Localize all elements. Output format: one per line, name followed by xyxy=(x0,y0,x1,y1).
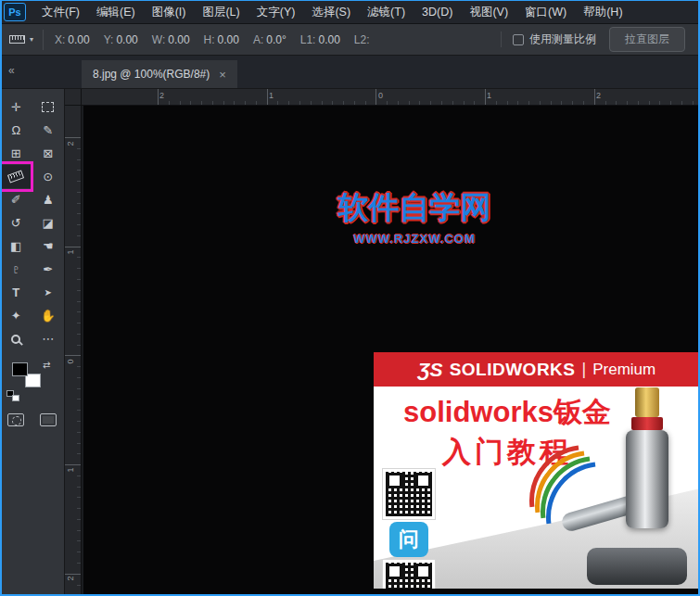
edit-toolbar[interactable]: ⋯ xyxy=(32,327,65,350)
solidworks-ad-banner: ƷS SOLIDWORKS | Premium solidworks钣金 入门教… xyxy=(374,352,700,589)
qr-code-bottom xyxy=(383,560,435,589)
menu-window[interactable]: 窗口(W) xyxy=(516,0,575,24)
readout-x-value: 0.00 xyxy=(68,33,89,46)
gradient-tool[interactable]: ◧ xyxy=(0,235,32,258)
lasso-tool[interactable]: Ω xyxy=(0,119,32,142)
path-selection-tool[interactable]: ➤ xyxy=(32,281,65,304)
readout-w-label: W: xyxy=(152,33,165,46)
menu-filter[interactable]: 滤镜(T) xyxy=(359,0,414,24)
dodge-icon: ♇ xyxy=(11,263,20,275)
tool-preset-picker[interactable]: ▾ xyxy=(9,30,44,50)
marquee-tool[interactable] xyxy=(32,95,65,119)
pen-tool[interactable]: ✒ xyxy=(32,258,65,281)
readout-angle-value: 0.0° xyxy=(266,33,286,46)
ad-divider: | xyxy=(582,360,587,379)
menu-help[interactable]: 帮助(H) xyxy=(575,0,630,24)
horizontal-ruler[interactable]: 2 1 0 1 2 xyxy=(82,89,700,106)
readout-y-label: Y: xyxy=(104,33,114,46)
readout-w-value: 0.00 xyxy=(168,33,189,46)
document-tab-bar: « 8.jpg @ 100%(RGB/8#) × xyxy=(0,56,700,89)
menu-image[interactable]: 图像(I) xyxy=(144,0,195,24)
frame-icon: ⊠ xyxy=(43,147,53,159)
healing-brush-tool[interactable]: ⊙ xyxy=(32,165,65,188)
readout-x-label: X: xyxy=(55,33,65,46)
ruler-origin-corner[interactable] xyxy=(65,89,82,106)
menu-edit[interactable]: 编辑(E) xyxy=(88,0,144,24)
vertical-ruler[interactable]: 2 1 0 1 2 xyxy=(65,106,82,596)
eraser-icon: ◪ xyxy=(43,217,54,229)
readout-l2: L2: xyxy=(354,33,373,46)
document-tab-title: 8.jpg @ 100%(RGB/8#) xyxy=(93,68,210,81)
qr-code-top xyxy=(383,469,435,519)
type-tool[interactable]: T xyxy=(0,281,32,304)
zoom-icon xyxy=(11,335,20,344)
swap-colors-icon[interactable]: ⇄ xyxy=(43,360,50,370)
shape-tool[interactable]: ✦ xyxy=(0,304,32,327)
ruler-label: 1 xyxy=(66,249,75,254)
document-canvas[interactable]: 软件自学网 WWW.RJZXW.COM ƷS SOLIDWORKS | Prem… xyxy=(83,106,700,596)
smudge-tool[interactable]: ☚ xyxy=(32,235,65,258)
ruler-tool[interactable] xyxy=(0,165,32,188)
eraser-tool[interactable]: ◪ xyxy=(32,211,65,235)
ruler-label: 0 xyxy=(378,91,383,100)
readout-y: Y:0.00 xyxy=(104,33,138,46)
gradient-icon: ◧ xyxy=(10,240,21,252)
brush-tool[interactable]: ✐ xyxy=(0,188,32,211)
history-brush-icon: ↺ xyxy=(11,217,21,229)
quick-selection-icon: ✎ xyxy=(43,124,53,136)
readout-l1: L1:0.00 xyxy=(300,33,340,46)
readout-h: H:0.00 xyxy=(204,33,239,46)
straighten-layer-button[interactable]: 拉直图层 xyxy=(609,27,685,52)
chevron-down-icon: ▾ xyxy=(30,35,33,44)
clone-stamp-tool[interactable]: ♟ xyxy=(32,188,65,211)
readout-l2-label: L2: xyxy=(354,33,370,46)
crop-tool[interactable]: ⊞ xyxy=(0,142,32,165)
hand-icon: ✋ xyxy=(41,310,56,322)
use-measurement-scale-label: 使用测量比例 xyxy=(529,32,596,47)
menu-layer[interactable]: 图层(L) xyxy=(194,0,248,24)
menu-3d[interactable]: 3D(D) xyxy=(414,0,461,24)
readout-angle-label: A: xyxy=(253,33,263,46)
history-brush-tool[interactable]: ↺ xyxy=(0,211,32,235)
readout-y-value: 0.00 xyxy=(116,33,137,46)
collapse-panel-icon[interactable]: « xyxy=(8,64,13,77)
photoshop-logo-icon: Ps xyxy=(4,3,26,21)
menu-view[interactable]: 视图(V) xyxy=(461,0,516,24)
ad-edition: Premium xyxy=(592,361,655,379)
quick-mask-icon[interactable] xyxy=(7,413,24,426)
menu-file[interactable]: 文件(F) xyxy=(33,0,88,24)
ad-qr-column: 问 xyxy=(383,469,439,589)
use-measurement-scale-checkbox[interactable] xyxy=(513,34,524,45)
options-bar: ▾ X:0.00 Y:0.00 W:0.00 H:0.00 A:0.0° L1:… xyxy=(0,24,700,56)
shape-icon: ✦ xyxy=(11,310,21,322)
photoshop-window: Ps 文件(F) 编辑(E) 图像(I) 图层(L) 文字(Y) 选择(S) 滤… xyxy=(0,0,700,596)
screen-mode-icon[interactable] xyxy=(40,413,57,426)
quick-selection-tool[interactable]: ✎ xyxy=(32,119,65,142)
machine-base xyxy=(587,548,687,585)
menu-select[interactable]: 选择(S) xyxy=(303,0,359,24)
move-tool[interactable]: ✛ xyxy=(0,95,32,119)
readout-h-value: 0.00 xyxy=(218,33,239,46)
hand-tool[interactable]: ✋ xyxy=(32,304,65,327)
type-icon: T xyxy=(12,286,19,298)
move-icon: ✛ xyxy=(11,101,21,113)
lasso-icon: Ω xyxy=(11,124,20,136)
dodge-tool[interactable]: ♇ xyxy=(0,258,32,281)
marquee-icon xyxy=(42,102,54,112)
brush-icon: ✐ xyxy=(11,194,21,206)
menu-type[interactable]: 文字(Y) xyxy=(248,0,304,24)
close-icon[interactable]: × xyxy=(219,68,226,82)
menu-bar: Ps 文件(F) 编辑(E) 图像(I) 图层(L) 文字(Y) 选择(S) 滤… xyxy=(0,0,700,24)
ad-machine-render xyxy=(561,365,700,589)
ruler-tool-icon xyxy=(9,35,25,44)
document-tab[interactable]: 8.jpg @ 100%(RGB/8#) × xyxy=(82,60,237,88)
smudge-icon: ☚ xyxy=(43,240,54,252)
watermark-title: 软件自学网 xyxy=(338,187,491,229)
frame-tool[interactable]: ⊠ xyxy=(32,142,65,165)
zoom-tool[interactable] xyxy=(0,327,32,350)
ruler-label: 1 xyxy=(269,91,274,100)
readout-l1-label: L1: xyxy=(300,33,316,46)
foreground-color-swatch[interactable] xyxy=(12,362,28,376)
ruler-label: 1 xyxy=(487,91,491,100)
measurement-scale-group: 使用测量比例 xyxy=(501,32,596,47)
